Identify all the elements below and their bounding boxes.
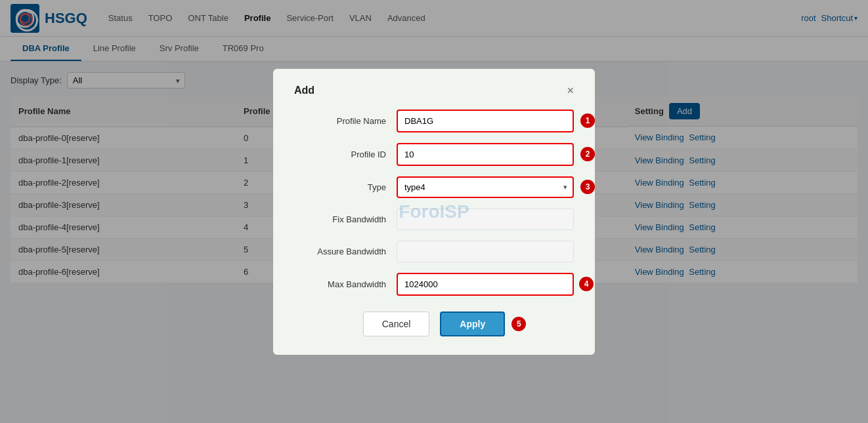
profile-id-wrapper: 2 <box>397 143 574 166</box>
add-modal: ForoISP Add × Profile Name 1 Profile ID … <box>273 69 595 294</box>
max-bandwidth-wrapper: 4 <box>397 273 574 294</box>
profile-name-input[interactable] <box>397 110 574 132</box>
type-select-wrapper: type1 type2 type3 type4 type5 <box>397 176 574 198</box>
badge-3: 3 <box>580 180 595 194</box>
assure-bandwidth-label: Assure Bandwidth <box>294 247 386 256</box>
profile-id-input[interactable] <box>397 143 574 166</box>
badge-1: 1 <box>580 113 595 128</box>
profile-id-label: Profile ID <box>294 150 386 159</box>
profile-name-wrapper: 1 <box>397 110 574 132</box>
max-bandwidth-label: Max Bandwidth <box>294 279 386 289</box>
max-bandwidth-input[interactable] <box>397 273 574 294</box>
profile-name-label: Profile Name <box>294 116 386 126</box>
badge-4: 4 <box>579 277 594 291</box>
fix-bandwidth-row: Fix Bandwidth <box>294 209 574 230</box>
max-bandwidth-row: Max Bandwidth 4 <box>294 273 574 294</box>
assure-bandwidth-input[interactable] <box>397 241 574 262</box>
fix-bandwidth-input[interactable] <box>397 209 574 230</box>
fix-bandwidth-label: Fix Bandwidth <box>294 214 386 224</box>
modal-title: Add <box>294 85 315 96</box>
profile-type-wrapper: type1 type2 type3 type4 type5 3 <box>397 176 574 198</box>
close-button[interactable]: × <box>567 85 574 96</box>
type-row: Type type1 type2 type3 type4 type5 3 <box>294 176 574 198</box>
badge-2: 2 <box>580 147 595 161</box>
type-select[interactable]: type1 type2 type3 type4 type5 <box>397 176 574 198</box>
type-label: Type <box>294 182 386 192</box>
profile-name-row: Profile Name 1 <box>294 110 574 132</box>
assure-bandwidth-row: Assure Bandwidth <box>294 241 574 262</box>
profile-id-row: Profile ID 2 <box>294 143 574 166</box>
modal-header: Add × <box>294 85 574 96</box>
modal-overlay: ForoISP Add × Profile Name 1 Profile ID … <box>0 0 868 294</box>
